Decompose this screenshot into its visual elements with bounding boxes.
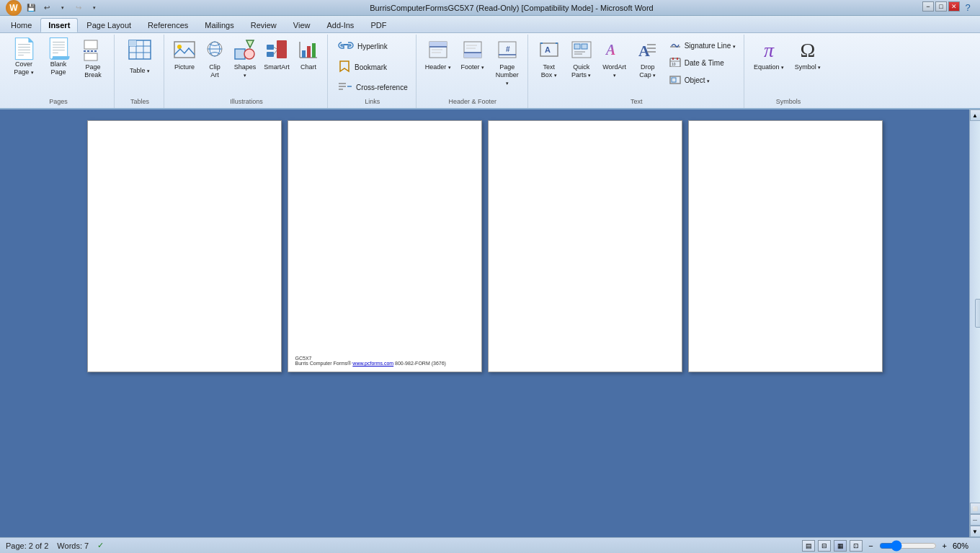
- footer-button[interactable]: Footer ▾: [457, 36, 489, 81]
- zoom-slider[interactable]: [879, 541, 937, 550]
- smartart-button[interactable]: SmartArt: [261, 36, 293, 81]
- view-print-btn[interactable]: ▦: [834, 540, 847, 552]
- header-icon: [427, 39, 450, 62]
- signature-line-button[interactable]: Signature Line ▾: [665, 37, 739, 53]
- svg-rect-61: [672, 58, 674, 60]
- chart-label: Chart: [300, 63, 316, 71]
- page-break-label: PageBreak: [84, 63, 102, 79]
- scrollbar-vertical[interactable]: ▲ ⬜ — ▼: [969, 109, 980, 537]
- zoom-in-btn[interactable]: +: [940, 541, 950, 550]
- tab-references[interactable]: References: [140, 18, 196, 32]
- svg-rect-14: [235, 49, 245, 59]
- cross-reference-button[interactable]: Cross-reference: [334, 78, 411, 96]
- cross-reference-label: Cross-reference: [356, 84, 408, 91]
- tab-mailings[interactable]: Mailings: [197, 18, 241, 32]
- quick-redo-btn[interactable]: ↪: [72, 1, 85, 14]
- text-box-button[interactable]: A TextBox ▾: [534, 36, 564, 81]
- content-area: GC5X7 Burris Computer Forms® www.pcforms…: [0, 109, 980, 537]
- clip-art-button[interactable]: ClipArt: [200, 36, 229, 81]
- quick-save-btn[interactable]: 💾: [24, 1, 37, 14]
- scroll-down-btn[interactable]: ▼: [970, 526, 981, 537]
- tables-group-label: Tables: [130, 96, 149, 107]
- svg-point-15: [244, 49, 254, 59]
- title-bar: W 💾 ↩ ▾ ↪ ▾ BurrisComputerFormsGC5X7 (Re…: [0, 0, 980, 16]
- customize-qa-btn[interactable]: ▾: [88, 1, 101, 14]
- ribbon-group-pages: 📄 CoverPage ▾ 📃 BlankPage Pag: [3, 35, 115, 108]
- ribbon-panel: 📄 CoverPage ▾ 📃 BlankPage Pag: [0, 33, 980, 109]
- object-button[interactable]: Object ▾: [665, 72, 739, 88]
- help-btn[interactable]: ?: [961, 1, 974, 14]
- blank-page-button[interactable]: 📃 BlankPage: [42, 36, 75, 81]
- scroll-resize-btn[interactable]: ⬜: [970, 503, 981, 514]
- office-button[interactable]: W: [6, 0, 22, 16]
- zoom-level: 60%: [953, 541, 974, 550]
- picture-label: Picture: [174, 63, 195, 71]
- chart-button[interactable]: Chart: [294, 36, 323, 81]
- shapes-icon: [233, 39, 257, 62]
- scroll-thumb[interactable]: [975, 299, 980, 328]
- header-button[interactable]: Header ▾: [422, 36, 454, 81]
- tab-view[interactable]: View: [285, 18, 318, 32]
- undo-dropdown-btn[interactable]: ▾: [56, 1, 69, 14]
- svg-rect-9: [174, 42, 195, 58]
- svg-rect-37: [464, 53, 481, 58]
- quick-undo-btn[interactable]: ↩: [40, 1, 53, 14]
- svg-rect-49: [574, 44, 580, 49]
- text-box-label: TextBox ▾: [541, 63, 557, 79]
- svg-rect-0: [84, 40, 97, 49]
- view-outline-btn[interactable]: ⊡: [850, 540, 863, 552]
- ribbon-group-symbols: π Equation ▾ Ω Symbol ▾ Symbols: [746, 35, 831, 108]
- zoom-out-btn[interactable]: −: [865, 541, 876, 550]
- footer-company: Burris Computer Forms® www.pcforms.com 8…: [295, 361, 474, 366]
- table-button[interactable]: Table ▾: [120, 36, 159, 81]
- window-controls: − □ ✕ ?: [922, 1, 974, 14]
- wordart-button[interactable]: A WordArt ▾: [599, 36, 631, 81]
- page-number-button[interactable]: # PageNumber ▾: [491, 36, 523, 89]
- tab-add-ins[interactable]: Add-Ins: [318, 18, 362, 32]
- tab-pdf[interactable]: PDF: [362, 18, 394, 32]
- hyperlink-icon: [337, 38, 355, 54]
- svg-text:A: A: [545, 45, 551, 54]
- page-info: Page: 2 of 2: [6, 541, 48, 550]
- text-stack-buttons: Signature Line ▾ 10 Date &: [665, 36, 739, 88]
- wordart-label: WordArt ▾: [601, 63, 628, 79]
- page-break-button[interactable]: PageBreak: [76, 36, 110, 81]
- shapes-button[interactable]: Shapes ▾: [231, 36, 259, 81]
- page-number-icon: #: [496, 39, 519, 62]
- scroll-up-btn[interactable]: ▲: [970, 109, 981, 121]
- quick-parts-button[interactable]: QuickParts ▾: [566, 36, 597, 81]
- spell-check[interactable]: ✓: [97, 541, 104, 550]
- close-btn[interactable]: ✕: [948, 1, 960, 12]
- hyperlink-button[interactable]: Hyperlink: [334, 36, 391, 56]
- document-canvas[interactable]: GC5X7 Burris Computer Forms® www.pcforms…: [0, 109, 969, 537]
- page-number-label: PageNumber ▾: [494, 63, 521, 86]
- header-footer-group-label: Header & Footer: [448, 96, 496, 107]
- scroll-split-btn[interactable]: —: [970, 514, 981, 526]
- tab-insert[interactable]: Insert: [40, 18, 78, 32]
- tab-home[interactable]: Home: [3, 18, 40, 32]
- cover-page-button[interactable]: 📄 CoverPage ▾: [7, 36, 40, 81]
- picture-button[interactable]: Picture: [170, 36, 199, 81]
- title-bar-left: W 💾 ↩ ▾ ↪ ▾: [6, 0, 101, 16]
- equation-icon: π: [764, 39, 774, 62]
- equation-button[interactable]: π Equation ▾: [750, 36, 788, 81]
- minimize-btn[interactable]: −: [922, 1, 934, 12]
- app-window: W 💾 ↩ ▾ ↪ ▾ BurrisComputerFormsGC5X7 (Re…: [0, 0, 980, 553]
- picture-icon: [173, 39, 196, 62]
- svg-rect-18: [267, 52, 274, 57]
- date-time-button[interactable]: 10 Date & Time: [665, 55, 739, 71]
- footer-url[interactable]: www.pcforms.com: [352, 361, 393, 366]
- bookmark-button[interactable]: Bookmark: [334, 58, 391, 77]
- view-web-btn[interactable]: ⊟: [818, 540, 831, 552]
- maximize-btn[interactable]: □: [935, 1, 947, 12]
- tab-page-layout[interactable]: Page Layout: [79, 18, 139, 32]
- date-time-label: Date & Time: [685, 59, 724, 67]
- signature-line-label: Signature Line ▾: [685, 42, 736, 50]
- symbols-group-label: Symbols: [776, 96, 801, 107]
- drop-cap-button[interactable]: A DropCap ▾: [632, 36, 664, 81]
- view-normal-btn[interactable]: ▤: [802, 540, 815, 552]
- tab-review[interactable]: Review: [243, 18, 285, 32]
- symbol-button[interactable]: Ω Symbol ▾: [789, 36, 827, 81]
- footer-code: GC5X7: [295, 356, 474, 361]
- smartart-label: SmartArt: [264, 63, 290, 71]
